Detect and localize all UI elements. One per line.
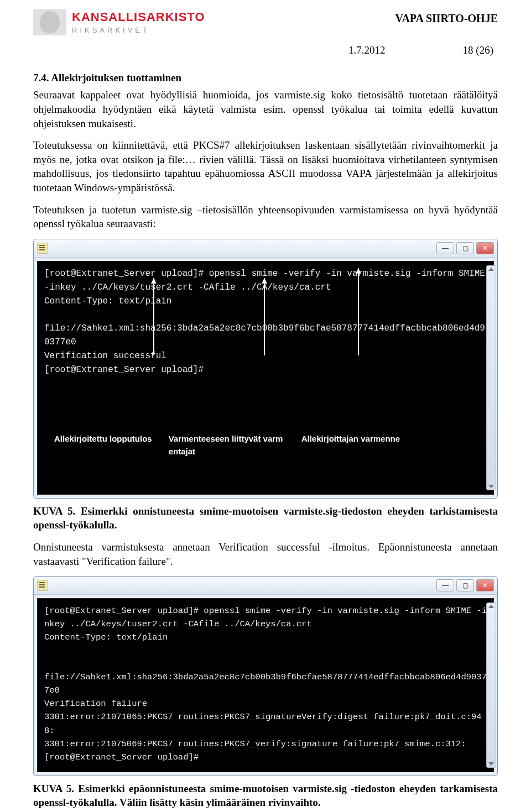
para-3: Toteutuksen ja tuotetun varmiste.sig –ti… xyxy=(33,203,498,231)
section-heading: 7.4. Allekirjoituksen tuottaminen xyxy=(33,71,498,85)
maximize-button[interactable]: ▢ xyxy=(456,579,474,591)
annotation-arrow-1 xyxy=(148,278,159,361)
terminal-window-success: — ▢ ✕ [root@Extranet_Server upload]# ope… xyxy=(33,239,498,499)
scrollbar[interactable] xyxy=(486,603,496,767)
annotation-label-2: Varmenteeseen liittyvät varmentajat xyxy=(169,432,285,458)
svg-marker-3 xyxy=(262,278,267,284)
terminal-window-failure: — ▢ ✕ [root@Extranet_Server upload]# ope… xyxy=(33,576,498,776)
putty-icon xyxy=(37,580,48,591)
titlebar: — ▢ ✕ xyxy=(34,577,497,595)
doc-date: 1.7.2012 xyxy=(348,43,386,57)
brand-sub: RIKSARKIVET xyxy=(72,25,205,35)
minimize-button[interactable]: — xyxy=(436,242,454,254)
close-button[interactable]: ✕ xyxy=(476,242,494,254)
annotation-label-1: Allekirjoitettu lopputulos xyxy=(54,432,152,458)
page-number: 18 (26) xyxy=(463,43,493,57)
para-1: Seuraavat kappaleet ovat hyödyllisiä huo… xyxy=(33,88,498,130)
svg-marker-5 xyxy=(356,268,361,274)
close-button[interactable]: ✕ xyxy=(476,579,494,591)
figure-caption-1: KUVA 5. Esimerkki onnistuneesta smime-mu… xyxy=(33,504,498,532)
doc-title: VAPA SIIRTO-OHJE xyxy=(395,11,498,26)
seal-icon xyxy=(33,9,66,35)
para-after-fig1: Onnistuneesta varmistuksesta annetaan Ve… xyxy=(33,540,498,568)
logo-block: KANSALLISARKISTO RIKSARKIVET xyxy=(33,9,205,35)
maximize-button[interactable]: ▢ xyxy=(456,242,474,254)
brand-main: KANSALLISARKISTO xyxy=(72,9,205,25)
annotation-arrow-3 xyxy=(353,268,364,361)
minimize-button[interactable]: — xyxy=(436,579,454,591)
putty-icon xyxy=(37,243,48,254)
scrollbar[interactable] xyxy=(486,265,496,490)
annotation-arrow-2 xyxy=(259,278,270,361)
terminal-output-failure: [root@Extranet_Server upload]# openssl s… xyxy=(37,598,494,772)
annotation-label-3: Allekirjoittajan varmenne xyxy=(301,432,400,458)
svg-marker-1 xyxy=(151,278,157,284)
para-2: Toteutuksessa on kiinnitettävä, että PKC… xyxy=(33,138,498,195)
titlebar: — ▢ ✕ xyxy=(34,239,497,258)
figure-caption-2: KUVA 5. Esimerkki epäonnistuneesta smime… xyxy=(33,782,498,810)
terminal-output-success: [root@Extranet_Server upload]# openssl s… xyxy=(37,261,494,495)
